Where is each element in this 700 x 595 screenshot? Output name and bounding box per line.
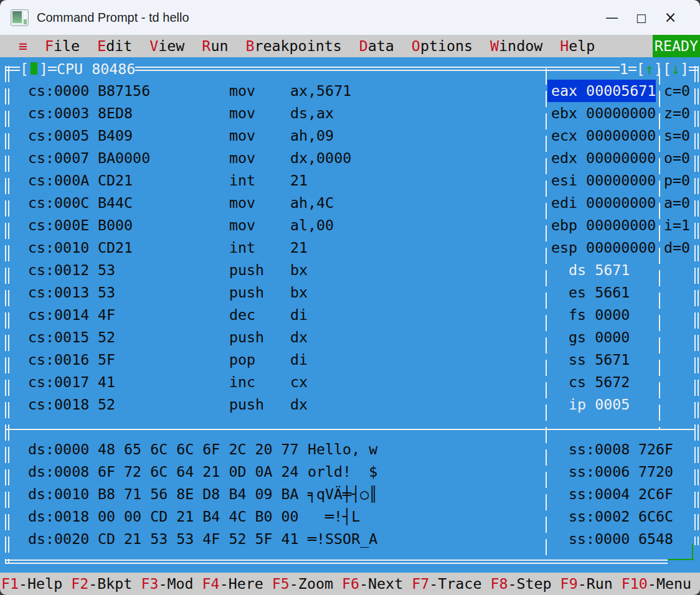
register-row[interactable]: fs 0000: [547, 304, 656, 326]
registers-panel: eax 00005671 ebx 00000000 ecx 00000000 e…: [547, 80, 656, 416]
register-row[interactable]: gs 0000: [547, 326, 656, 349]
register-row[interactable]: cs 5672: [547, 371, 656, 393]
cpu-flag[interactable]: i=1: [664, 214, 690, 237]
disassembly-line[interactable]: cs:0000B87156movax,5671: [28, 80, 539, 102]
function-key-button[interactable]: F8-Step: [490, 573, 551, 595]
register-row[interactable]: ebp 00000000: [547, 214, 656, 237]
opcode-bytes: 4F: [98, 304, 115, 326]
register-row[interactable]: ss 5671: [547, 349, 656, 371]
register-row[interactable]: esp 00000000: [547, 237, 656, 259]
register-row[interactable]: ds 5671: [547, 259, 656, 281]
disassembly-line[interactable]: cs:0010CD21int21: [28, 237, 539, 259]
function-key-button[interactable]: F5-Zoom: [272, 573, 333, 595]
register-row[interactable]: esi 00000000: [547, 169, 656, 192]
disassembly-line[interactable]: cs:001741inccx: [28, 371, 539, 393]
memory-dump-line[interactable]: ds:0020CD 21 53 53 4F 52 5F 41═!SSOR_A: [28, 528, 89, 550]
cpu-flag[interactable]: d=0: [664, 237, 690, 259]
disassembly-line[interactable]: cs:001353pushbx: [28, 281, 539, 304]
mnemonic: mov: [229, 124, 255, 147]
menu-item[interactable]: File: [45, 35, 80, 57]
disassembly-line[interactable]: cs:00038ED8movds,ax: [28, 102, 539, 124]
minimize-button[interactable]: —: [597, 0, 627, 35]
disassembly-line[interactable]: cs:00144Fdecdi: [28, 304, 539, 326]
register-row[interactable]: es 5661: [547, 281, 656, 304]
titlebar[interactable]: Command Prompt - td hello — □ ×: [0, 0, 700, 35]
memory-dump-line[interactable]: ds:000048 65 6C 6C 6F 2C 20 77Hello, w: [28, 438, 89, 461]
register-row[interactable]: edx 00000000: [547, 147, 656, 169]
cpu-flag[interactable]: p=0: [664, 169, 690, 192]
stack-line[interactable]: ss:00026C6C: [569, 505, 630, 528]
disassembly-line[interactable]: cs:000CB44Cmovah,4C: [28, 192, 539, 214]
disassembly-line[interactable]: cs:0007BA0000movdx,0000: [28, 147, 539, 169]
disassembly-line[interactable]: cs:001552pushdx: [28, 326, 539, 349]
stack-line[interactable]: ss:00067720: [569, 461, 630, 483]
function-key-button[interactable]: F1-Help: [1, 573, 62, 595]
register-row[interactable]: ecx 00000000: [547, 124, 656, 147]
disassembly-line[interactable]: cs:001852pushdx: [28, 393, 539, 416]
register-row[interactable]: ip 0005: [547, 393, 656, 416]
function-key-button[interactable]: F2-Bkpt: [71, 573, 132, 595]
mnemonic: int: [229, 169, 255, 192]
menu-item[interactable]: Help: [560, 35, 595, 57]
system-menu-icon[interactable]: ≡: [19, 35, 27, 57]
mnemonic: dec: [229, 304, 255, 326]
flag-value: d=0: [664, 239, 690, 256]
register-row[interactable]: edi 00000000: [547, 192, 656, 214]
menu-item[interactable]: Window: [490, 35, 542, 57]
disassembly-line[interactable]: cs:0005B409movah,09: [28, 124, 539, 147]
close-button[interactable]: ×: [656, 0, 685, 35]
stack-address: ss:0002: [569, 508, 630, 525]
function-key-button[interactable]: F7-Trace: [412, 573, 481, 595]
register-value: fs 0000: [551, 306, 630, 323]
disassembly-line[interactable]: cs:001253pushbx: [28, 259, 539, 281]
stack-value: 7720: [638, 461, 673, 483]
maximize-button[interactable]: □: [627, 0, 656, 35]
mnemonic: push: [229, 281, 264, 304]
stack-value: 6548: [638, 528, 673, 550]
code-address: cs:0005: [28, 127, 89, 144]
function-key-button[interactable]: F10-Menu: [622, 573, 691, 595]
memory-dump-line[interactable]: ds:00086F 72 6C 64 21 0D 0A 24orld! $: [28, 461, 89, 483]
menu-item[interactable]: Breakpoints: [245, 35, 341, 57]
function-key-button[interactable]: F6-Next: [342, 573, 403, 595]
disassembly-line[interactable]: cs:000ACD21int21: [28, 169, 539, 192]
cpu-flag[interactable]: c=0: [664, 80, 690, 102]
operands: dx,0000: [290, 147, 351, 169]
function-key-button[interactable]: F4-Here: [202, 573, 263, 595]
code-address: cs:0007: [28, 149, 89, 166]
register-row[interactable]: eax 00005671: [547, 80, 656, 102]
disassembly-line[interactable]: cs:000EB000moval,00: [28, 214, 539, 237]
menu-item[interactable]: Run: [202, 35, 228, 57]
menu-item[interactable]: View: [149, 35, 184, 57]
cpu-flag[interactable]: o=0: [664, 147, 690, 169]
stack-address: ss:0000: [569, 530, 630, 547]
operands: al,00: [290, 214, 334, 237]
stack-line[interactable]: ss:00042C6F: [569, 483, 630, 505]
disassembly-line[interactable]: cs:00165Fpopdi: [28, 349, 539, 371]
cpu-flag[interactable]: a=0: [664, 192, 690, 214]
menu-item[interactable]: Edit: [97, 35, 132, 57]
window-title: Command Prompt - td hello: [37, 11, 189, 25]
menu-item[interactable]: Data: [359, 35, 394, 57]
window-close-box-icon[interactable]: [31, 62, 37, 75]
menu-item[interactable]: Options: [412, 35, 473, 57]
stack-line[interactable]: ss:0008726F: [569, 438, 630, 461]
scroll-down-icon[interactable]: ↓: [671, 60, 680, 77]
cpu-flag[interactable]: z=0: [664, 102, 690, 124]
cpu-flag[interactable]: s=0: [664, 124, 690, 147]
stack-address: ss:0006: [569, 463, 630, 480]
mnemonic: mov: [229, 80, 255, 102]
window-number: 1: [620, 60, 628, 77]
opcode-bytes: 53: [98, 281, 115, 304]
stack-panel: ss:0008726F ss:00067720 ss:00042C6F ss:0…: [569, 438, 687, 550]
scroll-up-icon[interactable]: ↑: [645, 60, 654, 77]
function-key-button[interactable]: F9-Run: [560, 573, 613, 595]
resize-corner-icon[interactable]: [692, 544, 693, 560]
stack-line[interactable]: ss:00006548: [569, 528, 630, 550]
memory-dump-line[interactable]: ds:0010B8 71 56 8E D8 B4 09 BA╕qVÄ╪┤○║: [28, 483, 89, 505]
function-key-button[interactable]: F3-Mod: [141, 573, 193, 595]
resize-corner-icon[interactable]: [668, 559, 694, 560]
register-value: ds 5671: [551, 261, 630, 278]
memory-dump-line[interactable]: ds:001800 00 CD 21 B4 4C B0 00 ═!┤L: [28, 505, 89, 528]
register-row[interactable]: ebx 00000000: [547, 102, 656, 124]
